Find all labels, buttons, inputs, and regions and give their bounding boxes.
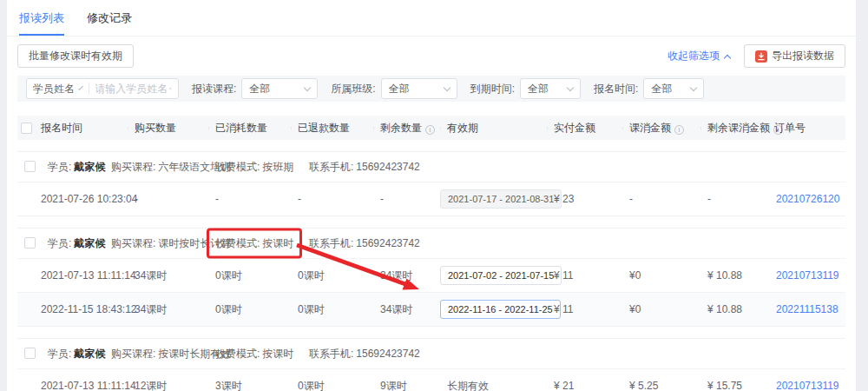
cell-refunded: 0课时 [291, 302, 373, 317]
cell-paid: ¥ 11 [547, 303, 622, 315]
phone-field: 联系手机:15692423742 [309, 236, 420, 251]
student-name-input[interactable] [95, 83, 169, 95]
order-number-link[interactable]: 20210713119 [776, 269, 839, 282]
chevron-down-icon [567, 83, 574, 90]
cell-consumed: 3课时 [208, 379, 291, 391]
col-order-no: 订单号 [767, 121, 845, 136]
export-button-label: 导出报读数据 [772, 49, 834, 63]
class-select[interactable]: 全部 [381, 78, 457, 99]
collapse-filters-link[interactable]: 收起筛选项 [667, 49, 730, 63]
cell-purchased: 34课时 [128, 302, 208, 317]
col-paid: 实付金额 [547, 121, 622, 136]
cell-remaining-lesson-amount: ¥ 10.88 [700, 269, 767, 282]
cell-lesson-amount: ¥ 5.25 [622, 380, 700, 391]
toolbar-right: 收起筛选项 导出报读数据 [667, 44, 845, 68]
cell-refunded: - [291, 193, 373, 205]
info-icon[interactable] [425, 125, 435, 135]
order-number-link[interactable]: 20210713119 [776, 380, 839, 391]
course-select[interactable]: 全部 [241, 78, 318, 99]
cell-remaining-lesson-amount: ¥ 15.75 [700, 380, 767, 391]
row-checkbox[interactable] [24, 348, 36, 359]
phone-field: 联系手机:15692423742 [309, 347, 420, 361]
chevron-down-icon [443, 83, 450, 90]
validity-date-box[interactable]: 2021-07-02 - 2021-07-15 [440, 266, 562, 285]
student-name-filter: 学员姓名 [26, 78, 179, 99]
col-remaining-lesson-amount: 剩余课消金额 [700, 121, 767, 136]
col-purchased: 购买数量 [128, 121, 208, 136]
phone-field: 联系手机:15692423742 [309, 160, 420, 175]
row-checkbox[interactable] [24, 161, 36, 172]
group-header: 学员:戴家候 购买课程:课时按时长计算 收费模式:按课时 联系手机:156924… [17, 229, 845, 258]
col-consumed: 已消耗数量 [208, 121, 291, 136]
filter-expire-time: 到期时间: 全部 [470, 78, 581, 99]
student-name: 戴家候 [74, 161, 105, 173]
cell-remaining-lesson-amount: ¥ 10.88 [700, 303, 767, 315]
cell-paid: ¥ 21 [547, 380, 622, 391]
filter-enroll-time: 报名时间: 全部 [594, 78, 704, 99]
cell-refunded: 0课时 [291, 268, 373, 283]
row-checkbox[interactable] [24, 237, 36, 249]
enrollment-group: 学员:戴家候 购买课程:课时按时长计算 收费模式:按课时 联系手机:156924… [17, 228, 845, 327]
chevron-down-icon [78, 85, 83, 90]
validity-date-box: 2021-07-17 - 2021-08-31 [440, 189, 562, 209]
table-row: 2021-07-13 11:11:14 34课时 0课时 0课时 34课时 20… [17, 258, 845, 292]
cell-remaining: 34课时 [373, 302, 440, 317]
table-row: 2021-07-13 11:11:14 12课时 3课时 0课时 9课时 长期有… [17, 368, 845, 391]
expire-select-value: 全部 [528, 82, 549, 96]
chevron-up-icon [724, 54, 731, 61]
student-field: 学员:戴家候 [48, 236, 105, 251]
group-header: 学员:戴家候 购买课程:按课时长期有效 收费模式:按课时 联系手机:156924… [17, 339, 845, 368]
toolbar: 批量修改课时有效期 收起筛选项 导出报读数据 [7, 36, 856, 73]
collapse-filters-label: 收起筛选项 [667, 49, 720, 63]
filter-bar: 学员姓名 报读课程: 全部 所属班级: 全部 到期时间: [17, 76, 845, 102]
col-remaining: 剩余数量 [373, 121, 440, 136]
enrollment-group: 学员:戴家候 购买课程:六年级语文培训 收费模式:按班期 联系手机:156924… [17, 151, 845, 216]
tab-modification-history[interactable]: 修改记录 [87, 10, 132, 36]
enroll-select-value: 全部 [651, 82, 672, 96]
cell-remaining: 9课时 [373, 379, 440, 391]
info-icon[interactable] [674, 125, 684, 135]
cell-enroll-time: 2021-07-13 11:11:14 [41, 269, 128, 282]
cell-enroll-time: 2021-07-26 10:23:04 [41, 193, 128, 205]
filter-class: 所属班级: 全部 [331, 78, 457, 99]
col-enroll-time: 报名时间 [41, 121, 128, 136]
export-data-button[interactable]: 导出报读数据 [744, 44, 845, 68]
filter-course: 报读课程: 全部 [192, 78, 318, 99]
course-field: 购买课程:按课时长期有效 [111, 347, 231, 361]
cell-paid: ¥ 11 [547, 269, 622, 282]
validity-text: 长期有效 [447, 380, 489, 391]
student-name: 戴家候 [74, 348, 105, 360]
expire-time-select[interactable]: 全部 [520, 78, 581, 99]
enrollment-panel: 报读列表 修改记录 批量修改课时有效期 收起筛选项 导出报读数据 学员姓名 [7, 0, 856, 391]
cell-lesson-amount: ¥0 [622, 303, 700, 315]
validity-date-box-highlighted[interactable]: 2022-11-16 - 2022-11-25 [440, 300, 561, 319]
group-header: 学员:戴家候 购买课程:六年级语文培训 收费模式:按班期 联系手机:156924… [17, 152, 845, 182]
chevron-down-icon [304, 83, 311, 90]
cell-lesson-amount: - [622, 193, 700, 205]
filter-expire-label: 到期时间: [470, 82, 515, 96]
cell-remaining: - [373, 193, 440, 205]
cell-enroll-time: 2021-07-13 11:11:14 [41, 380, 128, 391]
order-number-link[interactable]: 20221115138 [776, 303, 838, 315]
fee-mode-field: 收费模式:按课时 [215, 347, 293, 361]
course-field: 购买课程:课时按时长计算 [111, 236, 231, 251]
enrollment-group: 学员:戴家候 购买课程:按课时长期有效 收费模式:按课时 联系手机:156924… [17, 338, 845, 391]
cell-refunded: 0课时 [291, 379, 373, 391]
class-select-value: 全部 [389, 82, 410, 96]
enroll-time-select[interactable]: 全部 [643, 78, 704, 99]
order-number-link[interactable]: 20210726120 [776, 193, 839, 205]
cell-remaining: 34课时 [373, 268, 440, 283]
batch-edit-validity-button[interactable]: 批量修改课时有效期 [17, 44, 134, 68]
cell-consumed: 0课时 [208, 302, 291, 317]
name-field-selector[interactable]: 学员姓名 [33, 82, 75, 96]
select-all-checkbox[interactable] [21, 123, 32, 134]
search-icon[interactable] [169, 83, 172, 94]
table-row: 2021-07-26 10:23:04 - - - - 2021-07-17 -… [17, 182, 845, 215]
table-row: 2022-11-15 18:43:12 34课时 0课时 0课时 34课时 20… [17, 292, 845, 326]
student-field: 学员:戴家候 [48, 160, 105, 175]
filter-enroll-label: 报名时间: [594, 82, 638, 96]
cell-purchased: 12课时 [128, 379, 208, 391]
tab-enrollment-list[interactable]: 报读列表 [19, 10, 64, 36]
col-refunded: 已退款数量 [291, 121, 373, 136]
filter-class-label: 所属班级: [331, 82, 375, 96]
